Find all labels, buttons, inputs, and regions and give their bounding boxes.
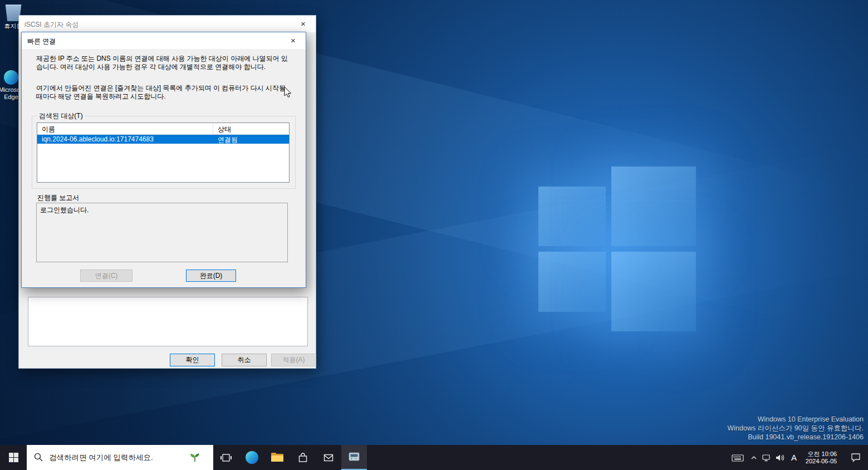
discovered-targets-group: 검색된 대상(T) 이름 상태 iqn.2024-06.ablecloud.io… [32, 116, 296, 189]
column-header-name[interactable]: 이름 [37, 123, 213, 134]
watermark-line: Windows 라이선스가 90일 동안 유효합니다. [728, 424, 864, 433]
target-row-selected[interactable]: iqn.2024-06.ablecloud.io:1717474683 연결됨 [37, 135, 289, 144]
search-icon [33, 452, 43, 462]
iscsi-dialog-content-area [28, 297, 308, 346]
close-icon[interactable]: × [291, 16, 316, 32]
system-tray: A 오전 10:06 2024-06-05 [728, 445, 868, 470]
task-view-button[interactable] [213, 445, 239, 470]
target-name: iqn.2024-06.ablecloud.io:1717474683 [37, 135, 213, 144]
evaluation-watermark: Windows 10 Enterprise Evaluation Windows… [728, 415, 864, 442]
ime-indicator[interactable]: A [787, 445, 801, 470]
target-status: 연결됨 [213, 135, 289, 144]
seedling-icon[interactable] [189, 451, 201, 463]
taskbar-search[interactable] [27, 445, 213, 470]
edge-icon [4, 70, 18, 85]
clock-time: 오전 10:06 [806, 451, 837, 458]
volume-icon [775, 453, 785, 462]
quick-connect-titlebar[interactable]: 빠른 연결 × [22, 32, 306, 49]
store-button[interactable] [290, 445, 316, 470]
action-center-button[interactable] [844, 445, 868, 470]
connect-button[interactable]: 연결(C) [80, 270, 133, 282]
start-icon [9, 453, 18, 462]
file-explorer-icon [271, 453, 283, 462]
edge-taskbar-button[interactable] [239, 445, 264, 470]
discovered-targets-list[interactable]: 이름 상태 iqn.2024-06.ablecloud.io:171747468… [37, 123, 290, 183]
apply-button[interactable]: 적용(A) [271, 354, 316, 366]
taskbar: A 오전 10:06 2024-06-05 [0, 445, 868, 470]
file-explorer-button[interactable] [264, 445, 290, 470]
clock-date: 2024-06-05 [806, 458, 837, 465]
progress-report-text: 로그인했습니다. [40, 206, 89, 214]
column-header-status[interactable]: 상태 [213, 123, 289, 134]
task-view-icon [220, 452, 232, 464]
network-icon [762, 453, 772, 462]
iscsi-taskbar-button[interactable] [341, 445, 367, 470]
clock[interactable]: 오전 10:06 2024-06-05 [801, 445, 844, 470]
network-button[interactable] [760, 445, 773, 470]
desktop: 휴지통 Microsoft Edge Windows 10 Enterprise… [0, 0, 868, 470]
ok-button[interactable]: 확인 [170, 354, 215, 366]
search-input[interactable] [27, 445, 213, 470]
windows-logo-pane [538, 187, 606, 246]
iscsi-dialog-titlebar[interactable]: iSCSI 초기자 속성 × [19, 16, 316, 32]
iscsi-app-icon [348, 452, 360, 463]
close-icon[interactable]: × [281, 32, 306, 48]
watermark-line: Build 19041.vb_release.191206-1406 [728, 433, 864, 442]
windows-logo-pane [611, 167, 696, 246]
watermark-line: Windows 10 Enterprise Evaluation [728, 415, 864, 424]
progress-report-label: 진행률 보고서 [37, 193, 79, 203]
keyboard-icon [732, 453, 744, 463]
windows-logo-pane [611, 252, 696, 331]
touch-keyboard-button[interactable] [728, 445, 748, 470]
volume-button[interactable] [773, 445, 787, 470]
targets-list-header: 이름 상태 [37, 123, 289, 135]
windows-logo-pane [538, 252, 606, 312]
progress-report-box: 로그인했습니다. [36, 203, 288, 262]
action-center-icon [850, 452, 861, 463]
chevron-up-icon [750, 454, 758, 462]
store-icon [297, 452, 309, 464]
mail-icon [322, 452, 335, 464]
cancel-button[interactable]: 취소 [222, 354, 267, 366]
done-button[interactable]: 완료(D) [186, 270, 236, 282]
quick-connect-dialog: 빠른 연결 × 제공한 IP 주소 또는 DNS 이름의 연결에 대해 사용 가… [21, 32, 306, 288]
discovered-targets-group-label: 검색된 대상(T) [37, 111, 85, 121]
mail-button[interactable] [316, 445, 341, 470]
tray-overflow-button[interactable] [748, 445, 760, 470]
quick-connect-title: 빠른 연결 [27, 37, 56, 46]
edge-icon [246, 451, 258, 464]
iscsi-dialog-title: iSCSI 초기자 속성 [24, 20, 79, 30]
quick-connect-note-text: 여기에서 만들어진 연결은 [즐겨찾는 대상] 목록에 추가되며 이 컴퓨터가 … [36, 84, 291, 101]
quick-connect-intro-text: 제공한 IP 주소 또는 DNS 이름의 연결에 대해 사용 가능한 대상이 아… [36, 55, 291, 71]
start-button[interactable] [0, 445, 27, 470]
